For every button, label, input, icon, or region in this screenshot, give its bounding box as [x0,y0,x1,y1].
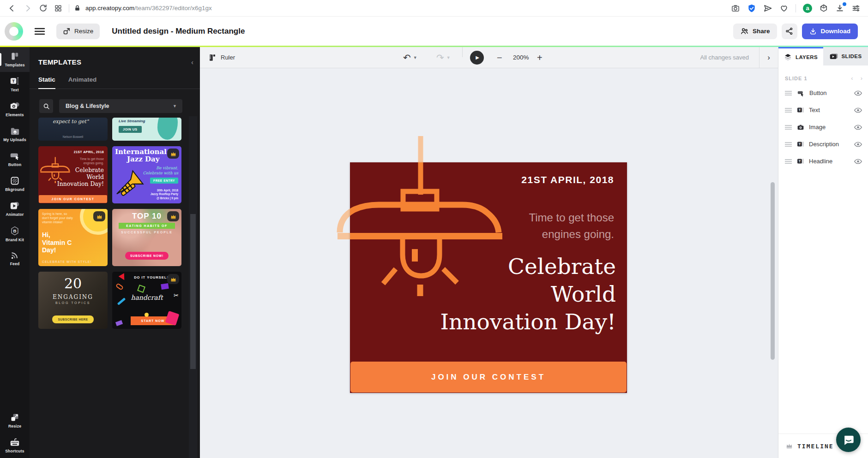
templates-panel-title: TEMPLATES [38,58,81,66]
card-top10-banner: EATING HABITS OF [119,223,175,229]
sidebar-item-shortcuts[interactable]: Shortcuts [0,433,30,458]
category-dropdown[interactable]: Blog & Lifestyle ▼ [59,99,182,113]
template-card-innovation-day[interactable]: 21ST APRIL, 2018 Time to get thoseengine… [38,146,108,203]
svg-text:T: T [799,108,801,112]
document-title[interactable]: Untitled design - Medium Rectangle [112,27,245,36]
tab-static[interactable]: Static [38,76,55,89]
design-headline-text[interactable]: CelebrateWorldInnovation Day! [440,253,616,336]
cube-extension-icon[interactable] [819,4,828,13]
redo-button[interactable]: ↷▼ [436,47,451,68]
layer-row-image[interactable]: Image [778,119,868,136]
scissors-shape: ✂ [174,292,179,299]
drag-handle-icon[interactable] [785,108,792,113]
layer-row-text[interactable]: T Text [778,101,868,119]
visibility-eye-icon[interactable] [854,159,862,164]
share-button[interactable]: Share [733,24,777,39]
canvas-area[interactable]: 21ST APRIL, 2018 Time to get thoseengine… [200,68,778,458]
sidebar-item-templates[interactable]: Templates [0,47,30,72]
template-card-quote[interactable]: expect to get" Nelson Boswell [38,118,108,141]
drag-handle-icon[interactable] [785,91,792,95]
sidebar-item-my-uploads[interactable]: My Uploads [0,122,30,147]
panel-collapse-icon[interactable]: ‹ [191,58,193,66]
design-description-text[interactable]: Time to get thoseengines going. [529,209,614,243]
zoom-in-button[interactable]: + [537,47,542,68]
card-innovation-headline: CelebrateWorldInnovation Day! [57,167,104,187]
layer-row-description[interactable]: T Description [778,136,868,153]
visibility-eye-icon[interactable] [854,90,862,96]
templates-scrollbar-thumb[interactable] [190,214,196,369]
browser-refresh-icon[interactable] [39,4,48,12]
card-livestream-cta: JOIN US [119,126,142,133]
layer-row-button[interactable]: Button [778,84,868,101]
template-card-livestream[interactable]: Live Streaming JOIN US [112,118,181,141]
previous-slide-icon[interactable]: ‹ [851,75,853,82]
templates-scrollbar-track[interactable] [189,116,197,458]
card-jazz-badge: FREE ENTRY [150,178,178,184]
screenshot-extension-icon[interactable] [731,4,740,13]
layer-row-headline[interactable]: T Headline [778,153,868,170]
undo-button[interactable]: ↶▼ [403,47,417,68]
sidebar-item-elements[interactable]: Elements [0,97,30,122]
browser-forward-icon[interactable] [23,4,32,13]
download-button-label: Download [821,28,851,35]
sidebar-item-text[interactable]: T Text [0,72,30,97]
main-menu-icon[interactable] [34,27,46,36]
premium-crown-badge [167,211,179,221]
download-extension-icon[interactable] [835,4,844,13]
tab-animated[interactable]: Animated [68,76,97,89]
tab-layers[interactable]: LAYERS [778,47,823,65]
download-icon [809,28,817,35]
layers-icon [784,54,792,61]
canvas-vertical-scrollbar[interactable] [771,182,775,360]
support-chat-button[interactable] [836,428,861,452]
card-handcraft-kicker: DO IT YOURSELF [134,275,169,280]
sidebar-item-resize[interactable]: Resize [0,408,30,433]
sidebar-item-feed[interactable]: Feed [0,246,30,271]
design-cta-button[interactable]: JOIN OUR CONTEST [350,362,627,393]
zoom-out-button[interactable]: − [497,47,502,68]
creatopy-logo[interactable] [5,22,23,41]
template-card-top-10[interactable]: TOP 10 EATING HABITS OF SUCCESSFUL PEOPL… [112,209,181,266]
address-bar[interactable]: app.creatopy.com/team/362297/editor/x6g1… [74,5,212,12]
drag-handle-icon[interactable] [785,159,792,164]
tune-menu-icon[interactable] [851,4,861,13]
design-artboard[interactable]: 21ST APRIL, 2018 Time to get thoseengine… [350,162,627,393]
next-slide-icon[interactable]: › [861,75,862,82]
template-card-handcraft[interactable]: DO IT YOURSELF handcraft START NOW ✂ [112,272,181,329]
sidebar-item-animator[interactable]: Animator [0,196,30,221]
share-link-button[interactable] [782,24,797,39]
card-top10-cta: SUBSCRIBE NOW! [125,252,169,260]
browser-apps-grid-icon[interactable] [54,4,62,12]
design-date-text[interactable]: 21ST APRIL, 2018 [521,174,614,185]
timeline-label: TIMELINE [797,443,834,450]
tab-slides[interactable]: SLIDES [823,47,868,65]
undo-history-caret[interactable]: ▼ [413,55,417,60]
shield-check-extension-icon[interactable] [747,4,756,13]
download-button[interactable]: Download [802,24,858,39]
sidebar-item-brand-kit[interactable]: B Brand Kit [0,221,30,246]
search-button[interactable] [39,99,53,113]
url-host: app.creatopy.com [85,5,134,12]
drag-handle-icon[interactable] [785,125,792,130]
avast-extension-icon[interactable]: a [803,4,812,13]
browser-back-icon[interactable] [7,4,17,13]
template-card-jazz-day[interactable]: InternationalJazz Day Be vibrant.Celebra… [112,146,181,203]
panel-expand-chevron[interactable]: › [760,47,778,68]
sidebar-item-background[interactable]: Bkground [0,172,30,196]
play-preview-button[interactable]: ▶ [470,47,484,68]
drag-handle-icon[interactable] [785,142,792,147]
ruler-toggle[interactable]: Ruler [200,54,235,62]
template-card-blog-topics[interactable]: 20 ENGAGING BLOG TOPICS SUBSCRIBE HERE [38,272,108,329]
visibility-eye-icon[interactable] [854,107,862,113]
send-extension-icon[interactable] [763,4,772,13]
visibility-eye-icon[interactable] [854,125,862,130]
premium-crown-badge [167,274,179,284]
divider [796,4,796,12]
visibility-eye-icon[interactable] [854,142,862,147]
card-blog-title: ENGAGING [38,294,108,300]
zoom-level[interactable]: 200% [513,47,529,68]
sidebar-item-button[interactable]: Button [0,147,30,172]
heart-extension-icon[interactable] [779,4,789,13]
resize-button[interactable]: Resize [56,24,100,39]
template-card-vitamin-c[interactable]: Spring is here, so don't forget your dai… [38,209,108,266]
